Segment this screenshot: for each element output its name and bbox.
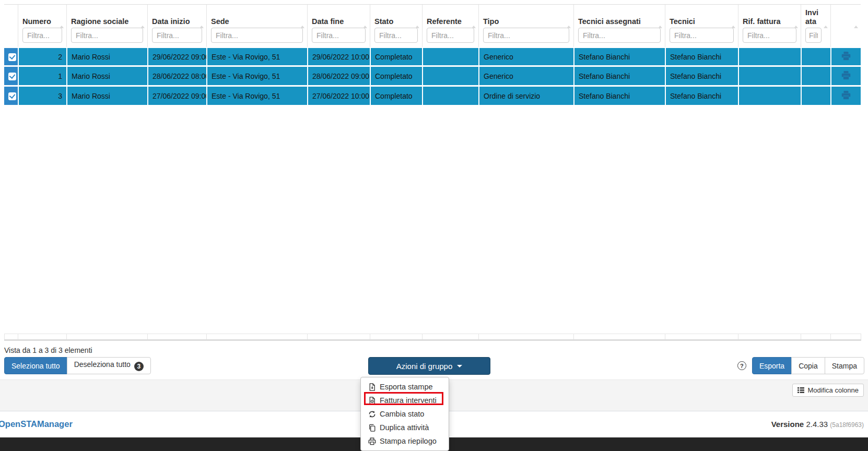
cell-data-fine: 29/06/2022 10:00 [307,47,370,67]
row-print-cell[interactable] [830,67,861,87]
menu-item-label: Cambia stato [380,410,424,418]
filter-input-rif-fattura[interactable] [743,28,796,43]
column-header-ragione-sociale[interactable]: Ragione sociale [66,5,147,47]
row-print-cell[interactable] [830,47,861,67]
menu-item-fattura-interventi[interactable]: Fattura interventi [361,394,449,407]
row-select-cell[interactable] [4,67,18,87]
cell-data-fine: 27/06/2022 10:00 [307,87,370,106]
column-header-tecnici[interactable]: Tecnici [665,5,738,47]
cell-data-fine: 28/06/2022 09:00 [307,67,370,87]
filter-input-data-inizio[interactable] [152,28,202,43]
filter-input-tipo[interactable] [483,28,569,43]
cell-tipo: Ordine di servizio [478,87,573,106]
cell-numero: 2 [18,47,66,67]
sort-icon [854,26,858,28]
export-button[interactable]: Esporta [752,357,792,374]
cell-data-inizio: 27/06/2022 09:00 [147,87,206,106]
column-header-data-inizio[interactable]: Data inizio [147,5,206,47]
column-header-tipo[interactable]: Tipo [478,5,573,47]
menu-item-cambia-stato[interactable]: Cambia stato [361,407,449,421]
selected-checkbox-icon[interactable] [8,53,16,61]
copy-button[interactable]: Copia [791,357,825,374]
sort-icon [60,26,64,28]
row-select-cell[interactable] [4,47,18,67]
filter-input-data-fine[interactable] [312,28,366,43]
cell-tecnici: Stefano Bianchi [665,47,738,67]
cell-tipo: Generico [478,47,573,67]
help-icon[interactable]: ? [737,361,746,370]
table-header-row: Numero Ragione sociale Data inizio [4,5,861,47]
cell-stato: Completato [370,47,422,67]
print-button[interactable]: Stampa [825,357,864,374]
menu-item-duplica-attivita[interactable]: Duplica attività [361,421,449,434]
column-header-stato[interactable]: Stato [370,5,422,47]
cell-rif-fattura [738,47,801,67]
deselect-all-button[interactable]: Deseleziona tutto3 [67,357,151,374]
cell-sede: Este - Via Rovigo, 51 [206,47,307,67]
column-header-sede[interactable]: Sede [206,5,307,47]
cell-tecnici-assegnati: Stefano Bianchi [573,87,665,106]
filter-input-referente[interactable] [427,28,474,43]
column-header-tecnici-assegnati[interactable]: Tecnici assegnati [573,5,665,47]
select-all-button[interactable]: Seleziona tutto [4,357,67,374]
print-icon[interactable] [841,51,851,61]
column-header-referente[interactable]: Referente [422,5,478,47]
modify-columns-label: Modifica colonne [807,386,859,394]
cell-tecnici-assegnati: Stefano Bianchi [573,47,665,67]
group-actions-label: Azioni di gruppo [396,362,453,371]
menu-item-esporta-stampe[interactable]: Esporta stampe [361,380,449,394]
column-header-inviata[interactable]: Inviata [801,5,830,47]
column-header-data-fine[interactable]: Data fine [307,5,370,47]
table-footer-strip [4,334,861,341]
filter-input-tecnici[interactable] [670,28,734,43]
interventions-table: Numero Ragione sociale Data inizio [4,4,861,106]
menu-item-label: Esporta stampe [380,383,433,391]
selection-button-group: Seleziona tutto Deseleziona tutto3 [4,357,151,374]
filter-input-stato[interactable] [374,28,418,43]
print-icon[interactable] [841,90,851,100]
table-row[interactable]: 1 Mario Rossi 28/06/2022 08:00 Este - Vi… [4,67,861,87]
column-header-numero[interactable]: Numero [18,5,66,47]
column-header-rif-fattura[interactable]: Rif. fattura [738,5,801,47]
modify-columns-button[interactable]: Modifica colonne [792,384,864,397]
brand-link[interactable]: OpenSTAManager [0,419,73,429]
group-actions-button[interactable]: Azioni di gruppo [368,357,490,375]
cell-tecnici: Stefano Bianchi [665,87,738,106]
menu-item-label: Fattura interventi [380,396,437,405]
file-invoice-icon [368,397,376,405]
selected-checkbox-icon[interactable] [8,92,16,100]
filter-input-sede[interactable] [211,28,303,43]
filter-input-inviata[interactable] [805,28,822,43]
menu-item-label: Duplica attività [380,423,429,432]
row-print-cell[interactable] [830,87,861,106]
version-label: Versione [771,420,804,429]
sort-icon [363,26,367,28]
cell-numero: 3 [18,87,66,106]
openstamanager-page: Numero Ragione sociale Data inizio [0,0,868,451]
print-icon[interactable] [841,70,851,80]
selected-count-badge: 3 [134,362,144,371]
cell-ragione-sociale: Mario Rossi [66,67,147,87]
print-icon [368,437,376,445]
filter-input-numero[interactable] [22,28,62,43]
cell-tecnici-assegnati: Stefano Bianchi [573,67,665,87]
filter-input-ragione-sociale[interactable] [71,28,143,43]
filter-input-tecnici-assegnati[interactable] [578,28,661,43]
version-info: Versione 2.4.33 (5a18f6963) [771,420,864,429]
sort-icon [472,26,476,28]
cell-rif-fattura [738,67,801,87]
table-row[interactable]: 3 Mario Rossi 27/06/2022 09:00 Este - Vi… [4,87,861,106]
sort-icon [567,26,571,28]
menu-item-stampa-riepilogo[interactable]: Stampa riepilogo [361,434,449,448]
sort-icon [794,26,798,28]
copy-icon [368,424,376,432]
row-select-cell[interactable] [4,87,18,106]
cell-sede: Este - Via Rovigo, 51 [206,67,307,87]
sort-icon [415,26,419,28]
selected-checkbox-icon[interactable] [8,73,16,80]
caret-down-icon [457,365,462,367]
column-header-print[interactable] [830,5,861,47]
sort-icon [658,26,662,28]
table-row[interactable]: 2 Mario Rossi 29/06/2022 09:00 Este - Vi… [4,47,861,67]
cell-numero: 1 [18,67,66,87]
